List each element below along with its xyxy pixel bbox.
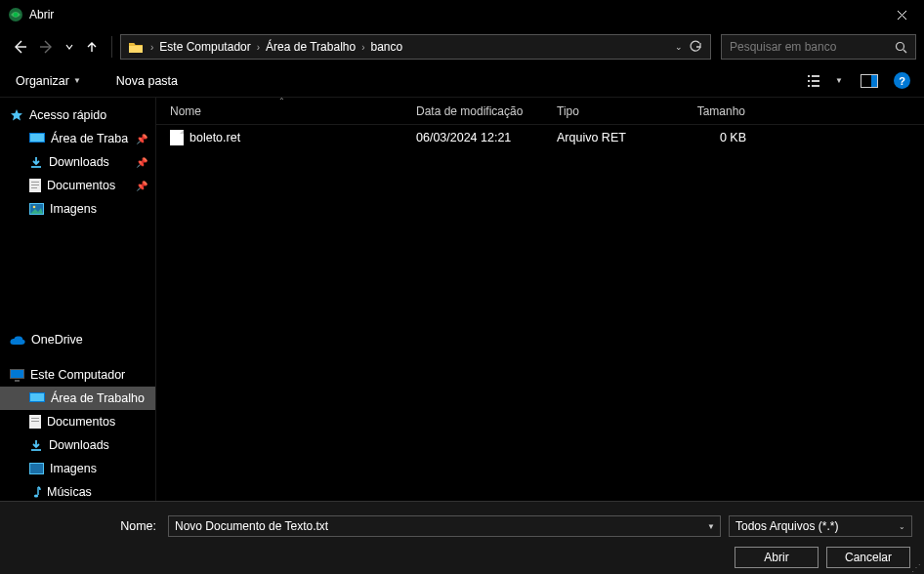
folder-icon (127, 38, 145, 56)
image-icon (29, 203, 44, 215)
column-size[interactable]: Tamanho (666, 98, 754, 124)
column-name[interactable]: ⌃Nome (156, 98, 408, 124)
filename-label: Nome: (12, 519, 160, 533)
sidebar-label: Área de Trabalho (51, 391, 145, 405)
file-row[interactable]: boleto.ret 06/03/2024 12:21 Arquivo RET … (156, 125, 924, 146)
svg-rect-14 (31, 182, 39, 183)
preview-pane-button[interactable] (859, 70, 880, 92)
svg-rect-24 (30, 393, 44, 401)
up-button[interactable] (80, 35, 104, 59)
svg-rect-16 (31, 187, 37, 188)
filetype-combo[interactable]: Todos Arquivos (*.*) ⌄ (729, 515, 912, 537)
svg-rect-29 (30, 464, 43, 473)
filename-combo[interactable]: ▼ (168, 515, 721, 537)
footer: Nome: ▼ Todos Arquivos (*.*) ⌄ Abrir Can… (0, 501, 924, 574)
document-icon (29, 415, 41, 429)
breadcrumb-item[interactable]: Área de Trabalho (262, 38, 359, 56)
recent-dropdown[interactable] (63, 35, 76, 59)
open-button[interactable]: Abrir (735, 547, 819, 568)
chevron-right-icon[interactable]: › (148, 42, 155, 53)
window-title: Abrir (29, 8, 880, 21)
address-bar[interactable]: › Este Computador › Área de Trabalho › b… (120, 34, 711, 60)
desktop-icon (29, 133, 45, 144)
help-button[interactable]: ? (894, 72, 910, 89)
search-box[interactable] (721, 34, 916, 60)
sidebar-label: Imagens (50, 462, 97, 475)
sidebar-quick-access[interactable]: Acesso rápido (0, 103, 155, 127)
chevron-right-icon[interactable]: › (359, 42, 366, 53)
search-icon[interactable] (895, 41, 907, 54)
download-icon (29, 438, 43, 452)
chevron-down-icon[interactable]: ▼ (835, 76, 843, 85)
main-area: Acesso rápido Área de Traba📌 Downloads📌 … (0, 98, 924, 501)
separator (111, 36, 112, 58)
cancel-button[interactable]: Cancelar (826, 547, 910, 568)
search-input[interactable] (730, 40, 895, 54)
column-label: Tipo (557, 104, 579, 118)
sidebar-onedrive[interactable]: OneDrive (0, 328, 155, 351)
toolbar: Organizar▼ Nova pasta ▼ ? (0, 64, 924, 98)
column-date[interactable]: Data de modificação (408, 98, 549, 124)
sidebar-label: Área de Traba (51, 132, 128, 145)
desktop-icon (29, 392, 45, 404)
chevron-right-icon[interactable]: › (255, 42, 262, 53)
star-icon (10, 108, 23, 122)
document-icon (29, 179, 41, 192)
sidebar-item-downloads[interactable]: Downloads📌 (0, 150, 155, 174)
new-folder-button[interactable]: Nova pasta (114, 71, 180, 91)
refresh-button[interactable] (689, 40, 702, 54)
breadcrumb-item[interactable]: Este Computador (155, 38, 254, 56)
svg-rect-10 (871, 75, 877, 87)
chevron-down-icon: ▼ (73, 76, 81, 85)
nav-bar: › Este Computador › Área de Trabalho › b… (0, 29, 924, 64)
svg-rect-27 (31, 421, 39, 422)
svg-rect-12 (30, 134, 44, 142)
svg-point-30 (34, 494, 38, 497)
chevron-down-icon[interactable]: ⌄ (675, 42, 683, 52)
filetype-label: Todos Arquivos (*.*) (735, 519, 838, 533)
svg-rect-5 (808, 80, 810, 82)
svg-point-1 (14, 13, 18, 17)
column-label: Nome (170, 104, 201, 118)
app-icon (8, 7, 23, 22)
svg-rect-15 (31, 184, 39, 185)
music-icon (29, 485, 41, 499)
sidebar-item-desktop[interactable]: Área de Traba📌 (0, 127, 155, 150)
svg-rect-8 (812, 85, 819, 87)
svg-rect-26 (31, 418, 39, 419)
pin-icon: 📌 (136, 134, 155, 144)
sidebar-label: Músicas (47, 485, 92, 499)
sidebar-label: Downloads (49, 438, 109, 452)
sidebar-label: Este Computador (30, 368, 125, 382)
new-folder-label: Nova pasta (116, 74, 178, 88)
column-type[interactable]: Tipo (549, 98, 666, 124)
column-label: Tamanho (697, 104, 745, 118)
close-button[interactable] (880, 0, 924, 29)
sidebar-item-documents[interactable]: Documentos📌 (0, 174, 155, 197)
sidebar: Acesso rápido Área de Traba📌 Downloads📌 … (0, 98, 156, 501)
file-size: 0 KB (666, 131, 754, 144)
titlebar: Abrir (0, 0, 924, 29)
sidebar-item-music[interactable]: Músicas (0, 480, 155, 501)
file-icon (170, 130, 184, 145)
svg-rect-22 (15, 380, 20, 382)
svg-rect-6 (812, 80, 819, 82)
sidebar-item-downloads[interactable]: Downloads (0, 433, 155, 457)
button-label: Abrir (764, 551, 788, 564)
sidebar-item-images[interactable]: Imagens (0, 197, 155, 221)
sidebar-label: Documentos (47, 415, 115, 429)
breadcrumb-item[interactable]: banco (366, 38, 406, 56)
filename-input[interactable] (168, 515, 721, 537)
sidebar-this-pc[interactable]: Este Computador (0, 363, 155, 387)
sidebar-item-desktop[interactable]: Área de Trabalho (0, 387, 155, 410)
organize-button[interactable]: Organizar▼ (14, 71, 83, 91)
sidebar-item-images[interactable]: Imagens (0, 457, 155, 480)
pc-icon (10, 369, 24, 382)
svg-point-19 (33, 206, 36, 209)
sidebar-item-documents[interactable]: Documentos (0, 410, 155, 433)
sort-indicator-icon: ⌃ (278, 97, 285, 105)
download-icon (29, 155, 43, 169)
view-options-button[interactable] (806, 70, 827, 92)
back-button[interactable] (8, 35, 31, 59)
forward-button[interactable] (35, 35, 59, 59)
